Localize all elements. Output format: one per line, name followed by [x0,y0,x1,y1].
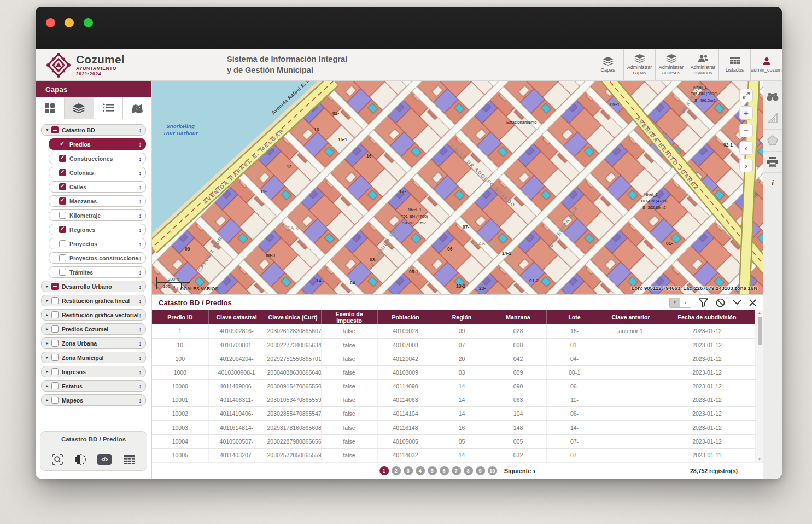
table-row[interactable]: 10004010300908-1 203040386308656409467fa… [152,365,755,379]
rotate-left-button[interactable]: ‹ [739,141,753,155]
layer-checkbox[interactable] [51,311,59,318]
layer-checkbox[interactable] [59,212,66,219]
table-row[interactable]: 1004012004204- 202927515508657012679fals… [152,352,755,365]
rotate-right-button[interactable]: › [739,159,753,172]
scroll-down-icon[interactable]: ▼ [758,458,761,461]
nav-user-menu-button[interactable]: admin_cozum [750,49,782,80]
window-titlebar[interactable] [36,7,782,49]
table-row[interactable]: 100004011409006- 203009154708655502074fa… [152,380,755,393]
tab-list-view[interactable] [94,97,123,119]
reorder-handle-icon[interactable]: ↕ [139,354,142,361]
reorder-handle-icon[interactable]: ↕ [139,226,142,233]
reorder-handle-icon[interactable]: ↕ [139,312,142,318]
layer-row[interactable]: Predios ↕ [49,138,146,150]
column-header[interactable]: Clave catastral [208,310,265,324]
layer-checkbox[interactable] [59,240,66,247]
nav-administrar-accesos-button[interactable]: Administrar accesos [655,49,687,80]
layer-opacity-button[interactable] [75,454,86,465]
table-row[interactable]: 100044010500507- 203022879808656567821fa… [152,434,755,448]
tab-layers-view[interactable] [65,97,94,119]
reorder-handle-icon[interactable]: ↕ [139,141,142,148]
column-header[interactable]: Fecha de subdivisión [659,310,755,324]
layer-checkbox[interactable] [51,397,59,404]
layer-row[interactable]: Construcciones ↕ [49,153,146,164]
nav-administrar-capas-button[interactable]: Administrar capas [623,49,655,80]
page-button[interactable]: 4 [416,466,425,475]
fullscreen-button[interactable] [739,89,753,102]
layer-checkbox[interactable] [59,269,66,276]
expand-arrow-icon[interactable]: ► [45,313,51,317]
expand-arrow-icon[interactable]: ▼ [45,128,51,132]
measure-button[interactable] [763,107,782,130]
column-header[interactable]: Manzana [490,310,546,324]
layer-row[interactable]: ► Mapeos ↕ [41,394,146,406]
table-row[interactable]: 100014011406311- 203010534708655590163fa… [152,393,755,407]
expand-arrow-icon[interactable]: ► [45,384,51,388]
layer-row[interactable]: ► Restitución gráfica lineal ↕ [41,295,146,306]
nav-capas-button[interactable]: Capas [592,49,623,80]
table-row[interactable]: 14010902816- 203026128208656079995false … [152,324,755,338]
page-button[interactable]: 8 [464,466,473,475]
layer-checkbox[interactable] [59,169,66,176]
scrollbar-thumb[interactable] [758,317,762,345]
draw-polygon-button[interactable] [763,130,782,152]
layer-row[interactable]: Trámites ↕ [49,266,146,278]
clear-filter-button[interactable] [716,298,725,307]
layer-row[interactable]: ► Predios Cozumel ↕ [41,323,146,335]
reorder-handle-icon[interactable]: ↕ [139,198,142,205]
layer-checkbox[interactable] [51,283,59,290]
reorder-handle-icon[interactable]: ↕ [139,298,142,304]
info-button[interactable]: i [763,173,782,193]
page-button[interactable]: 1 [379,466,389,475]
layer-row[interactable]: ► Estatus ↕ [41,380,146,392]
layer-row[interactable]: Manzanas ↕ [49,195,146,207]
reorder-handle-icon[interactable]: ↕ [139,241,142,247]
close-window-button[interactable] [46,18,55,27]
expand-arrow-icon[interactable]: ► [45,341,51,345]
expand-arrow-icon[interactable]: ► [45,398,51,402]
layer-checkbox[interactable] [59,226,66,233]
page-button[interactable]: 3 [404,466,413,475]
reorder-handle-icon[interactable]: ↕ [139,155,142,162]
layer-row[interactable]: ▼ Catastro BD ↕ [41,124,146,136]
column-header[interactable]: Población [377,310,434,324]
layer-checkbox[interactable] [51,126,59,133]
filter-button[interactable] [699,298,708,307]
zoom-to-layer-button[interactable] [52,454,63,465]
tab-add-map[interactable] [123,97,151,119]
column-header[interactable]: Predio ID [152,310,208,324]
reorder-handle-icon[interactable]: ↕ [139,212,142,219]
expand-arrow-icon[interactable]: ► [45,299,51,302]
expand-arrow-icon[interactable]: ► [45,356,51,359]
reorder-handle-icon[interactable]: ↕ [139,383,142,389]
layer-checkbox[interactable] [59,155,66,162]
page-button[interactable]: 2 [392,466,401,475]
column-header[interactable]: Exento de impuesto [321,310,377,324]
layer-row[interactable]: ► Zona Urbana ↕ [41,337,146,349]
layer-row[interactable]: ► Ingresos ↕ [41,366,146,377]
layer-row[interactable]: Regiones ↕ [49,224,146,235]
layer-row[interactable]: Proyectos ↕ [49,238,146,249]
layer-checkbox[interactable] [51,325,59,333]
reorder-handle-icon[interactable]: ↕ [139,397,142,404]
nav-listados-button[interactable]: Listados [718,49,750,80]
search-features-button[interactable] [763,88,782,107]
reorder-handle-icon[interactable]: ↕ [139,255,142,261]
map-canvas[interactable]: SnorkelingTour HarbourAvenida Rafael E. … [152,81,763,294]
column-header[interactable]: Lote [546,310,603,324]
basemap-toggle-left[interactable]: ▾ [670,298,680,307]
table-row[interactable]: 100054011403207- 203025728508655597401fa… [152,448,755,462]
layer-checkbox[interactable] [59,197,66,205]
layer-checkbox[interactable] [59,254,66,261]
collapse-panel-button[interactable] [733,300,741,305]
column-header[interactable]: Clave única (Curt) [265,310,321,324]
layer-checkbox[interactable] [51,340,59,347]
reorder-handle-icon[interactable]: ↕ [139,326,142,333]
layer-row[interactable]: Kilometraje ↕ [49,209,146,221]
layer-code-button[interactable]: </> [97,454,112,465]
layer-row[interactable]: Calles ↕ [49,181,146,193]
reorder-handle-icon[interactable]: ↕ [139,184,142,190]
reorder-handle-icon[interactable]: ↕ [139,170,142,176]
reorder-handle-icon[interactable]: ↕ [139,269,142,276]
layer-checkbox[interactable] [51,382,59,389]
